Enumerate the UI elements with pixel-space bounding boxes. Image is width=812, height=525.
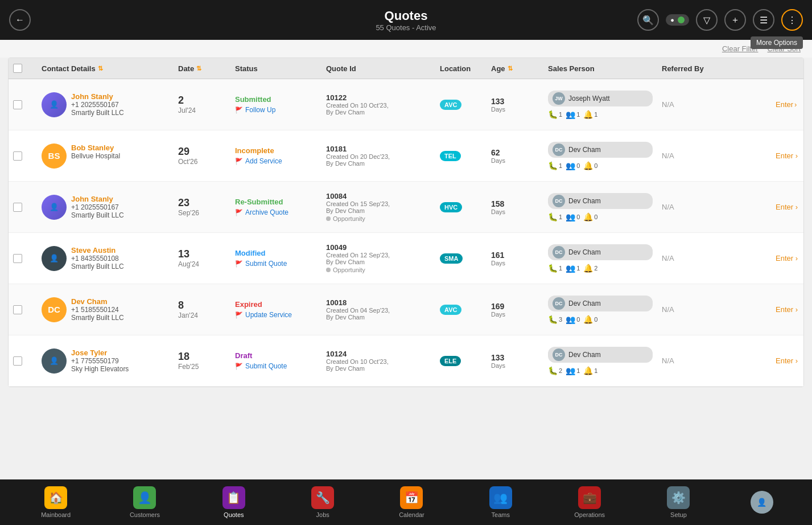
contact-phone: +1 8435550108 — [71, 255, 124, 262]
list-view-button[interactable]: ☰ — [753, 9, 774, 31]
contact-name[interactable]: Bob Stanley — [71, 143, 120, 152]
contact-sort-icon[interactable]: ⇅ — [98, 65, 103, 72]
action-link[interactable]: 🚩 Follow Up — [235, 106, 317, 114]
row5-location: AVC — [435, 300, 487, 319]
nav-mainboard[interactable]: 🏠 Mainboard — [39, 486, 73, 518]
header: ← Quotes 55 Quotes - Active 🔍 ● ▽ ＋ ☰ ⋮ … — [0, 0, 812, 40]
action-text[interactable]: Submit Quote — [245, 260, 287, 268]
people-icon: 👥 — [566, 212, 575, 222]
people-icon: 👥 — [566, 110, 575, 119]
row4-check — [9, 249, 37, 268]
contact-name[interactable]: John Stanly — [71, 92, 124, 101]
th-age: Age ⇅ — [487, 64, 543, 73]
quote-by: By Dev Cham — [326, 365, 431, 372]
row1-referred: N/A — [657, 96, 771, 113]
quote-id-num: 10124 — [326, 350, 431, 358]
salesperson-badge: DC Dev Cham — [548, 142, 653, 158]
row4-checkbox[interactable] — [13, 254, 22, 263]
location-badge: TEL — [440, 151, 461, 161]
nav-setup[interactable]: ⚙️ Setup — [661, 486, 695, 518]
action-text[interactable]: Update Service — [245, 311, 292, 319]
enter-link[interactable]: Enter › — [776, 305, 804, 314]
back-button[interactable]: ← — [9, 9, 31, 31]
row6-location: ELE — [435, 351, 487, 371]
action-link[interactable]: 🚩 Submit Quote — [235, 260, 317, 268]
action-link[interactable]: 🚩 Add Service — [235, 157, 317, 165]
row3-quoteid: 10084 Created On 15 Sep'23, By Dev Cham … — [321, 187, 435, 227]
enter-link[interactable]: Enter › — [776, 100, 804, 109]
opportunity-badge[interactable]: Opportunity — [326, 215, 365, 222]
filter-button[interactable]: ▽ — [696, 9, 718, 31]
salesperson-name: Dev Cham — [568, 351, 601, 359]
th-date-label: Date — [178, 64, 194, 73]
sp-stat-bugs: 🐛 1 — [548, 110, 562, 119]
main-content: Contact Details ⇅ Date ⇅ Status Quote Id… — [0, 58, 812, 477]
add-button[interactable]: ＋ — [724, 9, 746, 31]
search-button[interactable]: 🔍 — [637, 9, 659, 31]
row2-status: Incomplete 🚩 Add Service — [230, 142, 321, 170]
status-label: Expired — [235, 300, 317, 309]
th-quoteid-label: Quote Id — [326, 64, 356, 73]
row6-checkbox[interactable] — [13, 356, 22, 366]
opp-dot-icon — [326, 216, 331, 221]
opportunity-label: Opportunity — [333, 215, 365, 222]
th-date: Date ⇅ — [174, 64, 230, 73]
contact-name[interactable]: Dev Cham — [71, 297, 124, 306]
quotes-icon: 📋 — [222, 486, 245, 509]
action-link[interactable]: 🚩 Update Service — [235, 311, 317, 319]
sp-stat-bells: 🔔 1 — [583, 110, 597, 119]
row4-status: Modified 🚩 Submit Quote — [230, 244, 321, 272]
table-row: 👤 Jose Tyler +1 7755550179 Sky High Elev… — [9, 335, 803, 387]
row6-contact: 👤 Jose Tyler +1 7755550179 Sky High Elev… — [37, 344, 174, 378]
contact-company: Sky High Elevators — [71, 365, 129, 373]
quote-by: By Dev Cham — [326, 314, 431, 321]
nav-customers[interactable]: 👤 Customers — [127, 486, 162, 518]
date-label: Sep'26 — [178, 209, 226, 217]
sp-avatar: DC — [553, 348, 565, 361]
opportunity-badge[interactable]: Opportunity — [326, 266, 365, 273]
avatar: 👤 — [42, 92, 67, 117]
enter-link[interactable]: Enter › — [776, 203, 804, 211]
select-all-checkbox[interactable] — [13, 64, 22, 73]
contact-name[interactable]: Steve Austin — [71, 246, 124, 255]
user-avatar[interactable]: 👤 — [751, 491, 773, 514]
more-options-button[interactable]: ⋮ — [781, 9, 803, 31]
contact-name[interactable]: John Stanly — [71, 195, 124, 203]
operations-icon: 💼 — [578, 486, 601, 509]
enter-link[interactable]: Enter › — [776, 151, 804, 160]
enter-link[interactable]: Enter › — [776, 254, 804, 262]
th-location: Location — [435, 64, 487, 73]
contact-name[interactable]: Jose Tyler — [71, 348, 129, 357]
location-badge: HVC — [440, 202, 462, 212]
nav-operations[interactable]: 💼 Operations — [572, 486, 607, 518]
row2-referred: N/A — [657, 147, 771, 165]
action-text[interactable]: Add Service — [245, 157, 282, 165]
calendar-icon: 📅 — [400, 486, 423, 509]
nav-calendar[interactable]: 📅 Calendar — [394, 486, 428, 518]
row2-age: 62 Days — [487, 143, 543, 169]
nav-teams[interactable]: 👥 Teams — [484, 486, 518, 518]
nav-quotes[interactable]: 📋 Quotes — [217, 486, 251, 518]
row6-check — [9, 352, 37, 370]
action-text[interactable]: Follow Up — [245, 106, 275, 114]
row5-checkbox[interactable] — [13, 305, 22, 314]
enter-link[interactable]: Enter › — [776, 356, 804, 365]
action-link[interactable]: 🚩 Submit Quote — [235, 362, 317, 370]
row5-referred: N/A — [657, 301, 771, 318]
action-text[interactable]: Archive Quote — [245, 208, 288, 216]
row3-checkbox[interactable] — [13, 203, 22, 212]
action-link[interactable]: 🚩 Archive Quote — [235, 208, 317, 216]
location-badge: ELE — [440, 356, 461, 366]
row5-contact: DC Dev Cham +1 5185550124 Smartly Built … — [37, 293, 174, 327]
age-sort-icon[interactable]: ⇅ — [508, 65, 513, 72]
filter-row: Clear Filter Clear Sort — [0, 40, 812, 58]
row1-contact: 👤 John Stanly +1 2025550167 Smartly Buil… — [37, 88, 174, 122]
setup-icon: ⚙️ — [667, 486, 690, 509]
row1-checkbox[interactable] — [13, 100, 22, 109]
action-text[interactable]: Submit Quote — [245, 362, 287, 370]
row2-checkbox[interactable] — [13, 151, 22, 161]
toggle-switch[interactable]: ● — [666, 14, 689, 26]
quote-created: Created On 20 Dec'23, — [326, 153, 431, 160]
nav-jobs[interactable]: 🔧 Jobs — [306, 486, 340, 518]
date-sort-icon[interactable]: ⇅ — [196, 65, 201, 72]
